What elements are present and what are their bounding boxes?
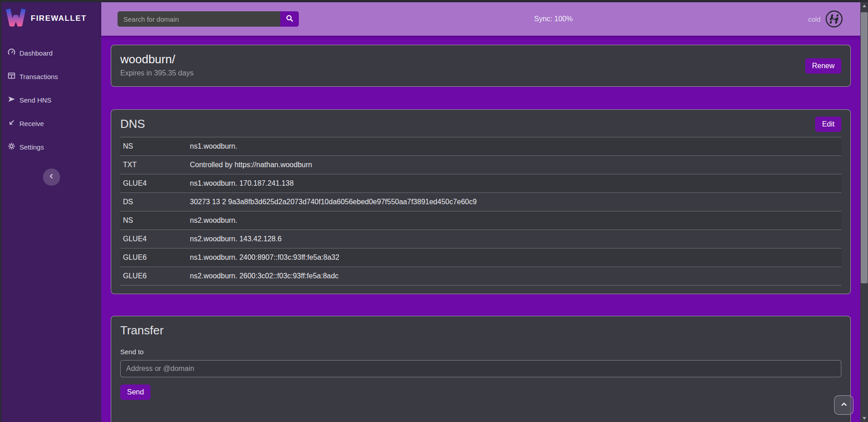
dns-record-type: GLUE4 xyxy=(120,230,187,249)
sidebar-item-label: Receive xyxy=(19,120,44,127)
wallet-name: cold xyxy=(808,15,821,23)
dns-record-type: GLUE6 xyxy=(120,249,187,267)
gauge-icon xyxy=(8,48,15,57)
sync-status: Sync: 100% xyxy=(299,15,808,23)
scrollbar-up-arrow[interactable] xyxy=(860,2,868,9)
domain-search-input[interactable] xyxy=(118,11,280,27)
scroll-to-top-button[interactable] xyxy=(834,395,854,415)
dns-record-row: DS 30273 13 2 9a3a8fb3d625d2a2073d740f10… xyxy=(120,193,841,211)
dns-record-value: ns2.woodburn. xyxy=(187,211,841,230)
sidebar-item-settings[interactable]: Settings xyxy=(1,135,101,159)
dns-record-type: GLUE6 xyxy=(120,267,187,286)
sidebar-collapse-button[interactable] xyxy=(43,169,60,186)
search-button[interactable] xyxy=(280,11,299,27)
app-frame: FIREWALLET Dashboard xyxy=(1,2,860,422)
edit-dns-button[interactable]: Edit xyxy=(815,117,841,132)
transfer-card-title: Transfer xyxy=(120,324,841,338)
renew-button[interactable]: Renew xyxy=(805,58,841,74)
dns-record-value: 30273 13 2 9a3a8fb3d625d2a2073d740f10da6… xyxy=(187,193,841,211)
send-to-label: Send to xyxy=(120,348,841,356)
domain-search xyxy=(118,11,299,27)
firewallet-logo-icon xyxy=(6,7,26,30)
sidebar-item-send-hns[interactable]: Send HNS xyxy=(1,88,101,112)
send-icon xyxy=(8,95,15,104)
domain-card: woodburn/ Expires in 395.35 days Renew xyxy=(111,45,851,87)
receive-icon xyxy=(8,119,15,128)
wallet-indicator: cold xyxy=(808,10,843,28)
dns-record-value: ns2.woodburn. 2600:3c02::f03c:93ff:fe5a:… xyxy=(187,267,841,286)
domain-title: woodburn/ xyxy=(120,52,841,66)
transfer-card: Transfer Send to Send xyxy=(111,316,851,422)
dns-record-value: ns1.woodburn. 170.187.241.138 xyxy=(187,174,841,193)
scrollbar-down-arrow[interactable] xyxy=(860,415,868,422)
brand-name: FIREWALLET xyxy=(31,14,87,23)
dns-record-type: NS xyxy=(120,137,187,156)
main-column: Sync: 100% cold xyxy=(101,2,860,422)
sidebar-item-label: Transactions xyxy=(19,73,58,80)
dns-record-type: TXT xyxy=(120,156,187,174)
transfer-address-input[interactable] xyxy=(120,360,841,377)
dns-records-table: NS ns1.woodburn. TXT Controlled by https… xyxy=(120,137,841,286)
handshake-icon[interactable] xyxy=(825,10,843,28)
dns-record-value: Controlled by https://nathan.woodburn xyxy=(187,156,841,174)
dns-record-value: ns2.woodburn. 143.42.128.6 xyxy=(187,230,841,249)
table-icon xyxy=(8,72,15,81)
dns-record-type: NS xyxy=(120,211,187,230)
dns-record-row: NS ns1.woodburn. xyxy=(120,137,841,156)
dns-record-row: GLUE6 ns2.woodburn. 2600:3c02::f03c:93ff… xyxy=(120,267,841,286)
content-area: woodburn/ Expires in 395.35 days Renew D… xyxy=(101,36,860,422)
dns-card: DNS Edit NS ns1.woodburn. TXT Controlled… xyxy=(111,109,851,294)
dns-record-row: GLUE4 ns2.woodburn. 143.42.128.6 xyxy=(120,230,841,249)
send-button[interactable]: Send xyxy=(120,384,151,400)
sidebar: FIREWALLET Dashboard xyxy=(1,2,101,422)
dns-record-row: GLUE4 ns1.woodburn. 170.187.241.138 xyxy=(120,174,841,193)
search-icon xyxy=(286,14,293,23)
dns-record-value: ns1.woodburn. xyxy=(187,137,841,156)
dns-record-row: NS ns2.woodburn. xyxy=(120,211,841,230)
chevron-left-icon xyxy=(48,173,55,181)
scrollbar-thumb[interactable] xyxy=(861,12,868,283)
brand: FIREWALLET xyxy=(1,2,101,35)
sidebar-item-dashboard[interactable]: Dashboard xyxy=(1,41,101,65)
sidebar-item-label: Dashboard xyxy=(19,49,52,57)
sidebar-item-transactions[interactable]: Transactions xyxy=(1,65,101,88)
topbar: Sync: 100% cold xyxy=(101,2,860,36)
dns-record-type: DS xyxy=(120,193,187,211)
page-scrollbar[interactable] xyxy=(860,2,868,422)
dns-record-row: TXT Controlled by https://nathan.woodbur… xyxy=(120,156,841,174)
sidebar-nav: Dashboard Transactions S xyxy=(1,41,101,159)
dns-record-value: ns1.woodburn. 2400:8907::f03c:93ff:fe5a:… xyxy=(187,249,841,267)
sidebar-item-receive[interactable]: Receive xyxy=(1,112,101,135)
gear-icon xyxy=(8,142,15,151)
domain-expiry: Expires in 395.35 days xyxy=(120,69,841,77)
dns-record-row: GLUE6 ns1.woodburn. 2400:8907::f03c:93ff… xyxy=(120,249,841,267)
sidebar-item-label: Send HNS xyxy=(19,96,52,104)
dns-record-type: GLUE4 xyxy=(120,174,187,193)
chevron-up-icon xyxy=(840,401,848,410)
sidebar-item-label: Settings xyxy=(19,143,44,151)
dns-card-title: DNS xyxy=(120,117,841,131)
